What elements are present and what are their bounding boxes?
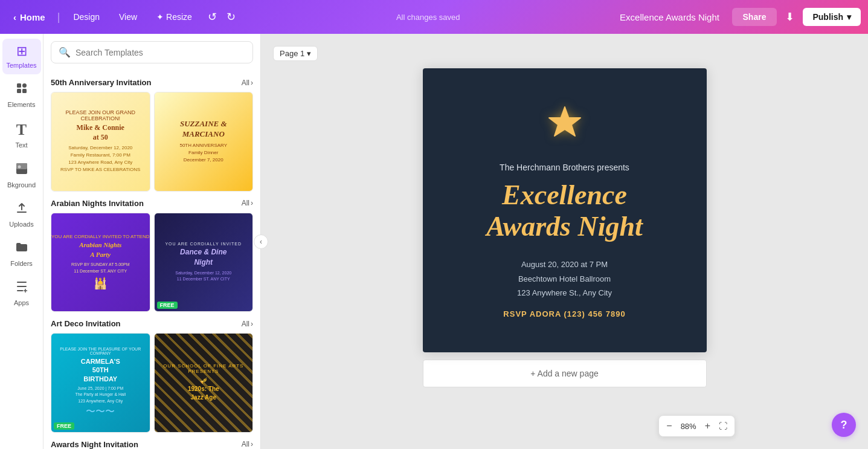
canvas-wrapper: The Herchmann Brothers presents Excellen… <box>423 68 707 387</box>
anniversary-section-title: 50th Anniversary Invitation <box>51 78 151 87</box>
page-label: Page 1 <box>280 49 304 58</box>
svg-rect-2 <box>17 89 21 93</box>
resize-button[interactable]: ✦ Resize <box>149 8 199 25</box>
awards-section-title: Awards Night Invitation <box>51 440 138 449</box>
nav-divider: | <box>57 11 60 24</box>
awards-all-link[interactable]: All › <box>242 440 253 448</box>
text-icon: T <box>16 121 27 139</box>
navbar: ‹ Home | Design View ✦ Resize ↺ ↻ All ch… <box>0 0 868 34</box>
add-page-button[interactable]: + Add a new page <box>423 360 707 387</box>
templates-icon: ⊞ <box>16 44 27 59</box>
arabian-all-link[interactable]: All › <box>242 199 253 207</box>
artdeco-section-title: Art Deco Invitation <box>51 319 121 328</box>
sidebar-item-templates[interactable]: ⊞ Templates <box>2 39 41 74</box>
sidebar-item-elements[interactable]: Elements <box>2 77 41 114</box>
nav-right: Share ⬇ Publish ▾ <box>612 8 861 26</box>
zoom-level: 88% <box>677 422 700 431</box>
page-indicator[interactable]: Page 1 ▾ <box>273 46 318 61</box>
templates-scroll: 50th Anniversary Invitation All › PLEASE… <box>43 68 260 449</box>
canvas-title-line1: Excellence <box>502 179 627 210</box>
anniversary-all-link[interactable]: All › <box>242 79 253 87</box>
folders-icon <box>15 241 28 257</box>
sidebar-item-bkground[interactable]: Bkground <box>2 157 41 194</box>
download-button[interactable]: ⬇ <box>782 8 798 26</box>
artdeco-all-link[interactable]: All › <box>242 320 253 328</box>
chevron-right-icon-4: › <box>251 440 253 448</box>
chevron-right-icon-3: › <box>251 320 253 328</box>
home-button[interactable]: ‹ Home <box>7 8 51 26</box>
view-button[interactable]: View <box>112 8 144 25</box>
svg-rect-0 <box>17 83 21 88</box>
canvas-date-block: August 20, 2020 at 7 PM Beechtown Hotel … <box>517 257 612 300</box>
templates-panel-container: 🔍 50th Anniversary Invitation All › <box>43 34 261 449</box>
elements-icon <box>15 82 28 99</box>
template-card-carmela[interactable]: PLEASE JOIN THE PLEASURE OF YOUR COMPANY… <box>51 333 150 433</box>
help-button[interactable]: ? <box>832 413 856 437</box>
free-badge-carmela: FREE <box>54 422 74 430</box>
icon-sidebar: ⊞ Templates Elements T Text <box>0 34 43 449</box>
hide-panel-button[interactable]: ‹ <box>254 234 268 249</box>
search-input[interactable] <box>76 48 245 57</box>
sidebar-item-folders[interactable]: Folders <box>2 236 41 273</box>
svg-point-6 <box>18 165 21 168</box>
canvas-venue: Beechtown Hotel Ballroom <box>517 272 612 286</box>
zoom-fit-button[interactable]: ⛶ <box>715 419 731 433</box>
sidebar-item-folders-label: Folders <box>10 260 33 268</box>
publish-label: Publish <box>812 12 843 22</box>
svg-rect-1 <box>22 83 27 88</box>
zoom-increase-button[interactable]: + <box>701 418 714 434</box>
free-badge: FREE <box>157 302 178 309</box>
home-label: Home <box>20 12 45 22</box>
template-card-dance-dine[interactable]: YOU ARE CORDIALLY INVITED Dance & DineNi… <box>154 213 254 312</box>
apps-icon <box>15 280 28 297</box>
canvas-title: Excellence Awards Night <box>486 179 643 244</box>
publish-button[interactable]: Publish ▾ <box>803 8 861 26</box>
undo-redo-group: ↺ ↻ <box>204 8 239 26</box>
arabian-section-title: Arabian Nights Invitation <box>51 199 144 208</box>
share-button[interactable]: Share <box>732 8 777 26</box>
awards-section-header: Awards Night Invitation All › <box>51 440 253 449</box>
template-card-arabian[interactable]: YOU ARE CORDIALLY INVITED TO ATTEND Arab… <box>51 213 150 312</box>
svg-rect-3 <box>22 89 27 93</box>
anniversary-section-header: 50th Anniversary Invitation All › <box>51 78 253 87</box>
redo-button[interactable]: ↻ <box>223 8 239 26</box>
undo-button[interactable]: ↺ <box>204 8 220 26</box>
artdeco-template-grid: PLEASE JOIN THE PLEASURE OF YOUR COMPANY… <box>51 333 253 433</box>
sidebar-item-bkground-label: Bkground <box>7 181 36 189</box>
resize-icon: ✦ <box>156 12 164 22</box>
sidebar-item-templates-label: Templates <box>6 62 36 69</box>
sidebar-item-uploads[interactable]: Uploads <box>2 196 41 233</box>
resize-label: Resize <box>166 12 192 22</box>
canvas-address: 123 Anywhere St., Any City <box>517 286 612 300</box>
publish-chevron-icon: ▾ <box>847 12 851 22</box>
canvas-rsvp: RSVP ADORA (123) 456 7890 <box>503 309 625 318</box>
zoom-decrease-button[interactable]: − <box>663 418 675 434</box>
star-icon <box>543 102 587 153</box>
sidebar-item-apps[interactable]: Apps <box>2 275 41 312</box>
canvas-area: Page 1 ▾ The Herchmann Brothers presents… <box>261 34 868 449</box>
uploads-icon <box>15 201 28 218</box>
document-title-input[interactable] <box>612 12 727 22</box>
sidebar-item-elements-label: Elements <box>8 101 36 109</box>
arabian-section-header: Arabian Nights Invitation All › <box>51 199 253 208</box>
template-card-suzzaine[interactable]: SUZZAINE &MARCIANO 50TH ANNIVERSARYFamil… <box>154 92 254 192</box>
sidebar-item-apps-label: Apps <box>14 299 29 307</box>
sidebar-item-text-label: Text <box>15 141 27 149</box>
templates-panel: 🔍 50th Anniversary Invitation All › <box>43 34 261 449</box>
svg-rect-5 <box>16 163 27 169</box>
search-icon: 🔍 <box>59 47 71 58</box>
sidebar-item-uploads-label: Uploads <box>9 221 33 228</box>
search-bar: 🔍 <box>43 34 260 68</box>
canvas-presenter: The Herchmann Brothers presents <box>500 163 629 172</box>
search-input-wrapper: 🔍 <box>51 41 253 63</box>
main-layout: ⊞ Templates Elements T Text <box>0 34 868 449</box>
artdeco-section-header: Art Deco Invitation All › <box>51 319 253 328</box>
chevron-right-icon-2: › <box>251 199 253 207</box>
template-card-jazz[interactable]: OUR SCHOOL OF FINE ARTS PRESENTS 🎺1920s:… <box>154 333 254 433</box>
template-card-mike-connie[interactable]: PLEASE JOIN OUR GRAND CELEBRATION! Mike … <box>51 92 150 192</box>
sidebar-item-text[interactable]: T Text <box>2 116 41 154</box>
design-button[interactable]: Design <box>66 8 107 25</box>
canvas-title-line2: Awards Night <box>486 211 643 242</box>
bkground-icon <box>15 162 28 179</box>
canvas-page[interactable]: The Herchmann Brothers presents Excellen… <box>423 68 707 352</box>
